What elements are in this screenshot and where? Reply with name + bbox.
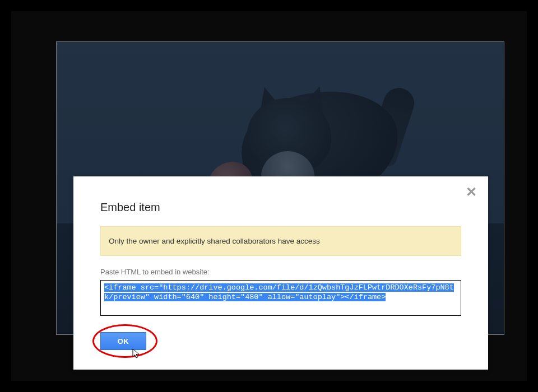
embed-code-field[interactable]: <iframe src="https://drive.google.com/fi… (100, 280, 461, 316)
ok-button[interactable]: OK (100, 332, 146, 350)
dialog-title: Embed item (100, 201, 160, 214)
close-button[interactable]: ✕ (463, 185, 479, 201)
cursor-icon (132, 348, 141, 360)
app-background: ✕ Embed item Only the owner and explicit… (11, 11, 527, 381)
embed-item-dialog: ✕ Embed item Only the owner and explicit… (73, 176, 488, 370)
access-notice: Only the owner and explicitly shared col… (100, 226, 461, 256)
access-notice-text: Only the owner and explicitly shared col… (109, 237, 320, 245)
embed-label: Paste HTML to embed in website: (100, 268, 210, 276)
embed-code-selected: <iframe src="https://drive.google.com/fi… (104, 283, 454, 301)
